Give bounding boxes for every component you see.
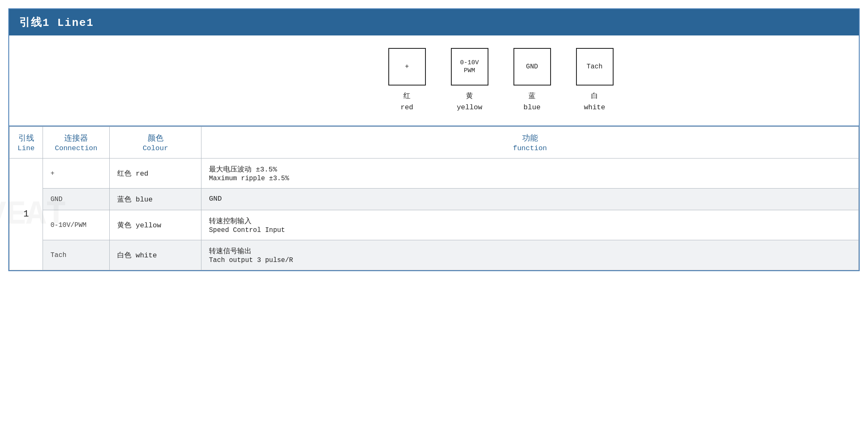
func-ripple-en: Maximum ripple ±3.5% — [209, 175, 851, 182]
pin-tach-en: white — [584, 103, 605, 111]
func-speed-cell: 转速控制输入 Speed Control Input — [201, 210, 859, 240]
pin-pwm-en: yellow — [457, 103, 482, 111]
func-ripple-cell: 最大电压波动 ±3.5% Maximum ripple ±3.5% — [201, 159, 859, 189]
func-speed-en: Speed Control Input — [209, 227, 851, 234]
header-line-zh: 引线 — [17, 133, 35, 143]
pin-pwm-rect: 0-10VPWM — [451, 48, 488, 86]
pin-gnd-en: blue — [523, 103, 541, 111]
pin-tach-label: 白 white — [584, 91, 605, 113]
func-tach-cell: 转速信号输出 Tach output 3 pulse/R — [201, 240, 859, 270]
pin-plus-rect: + — [388, 48, 426, 86]
pin-gnd-rect: GND — [513, 48, 551, 86]
func-speed-zh: 转速控制输入 — [209, 216, 851, 226]
pin-pwm-zh: 黄 — [466, 92, 473, 100]
header-colour: 颜色 Colour — [110, 127, 201, 159]
header-line-en: Line — [17, 144, 35, 152]
table-row: GND 蓝色 blue GND — [10, 189, 859, 210]
colour-blue-cell: 蓝色 blue — [110, 189, 201, 210]
pin-plus: + 红 red — [388, 48, 426, 113]
func-ripple-zh: 最大电压波动 ±3.5% — [209, 164, 851, 174]
header-colour-zh: 颜色 — [117, 133, 194, 143]
func-gnd-cell: GND — [201, 189, 859, 210]
header-function: 功能 function — [201, 127, 859, 159]
conn-gnd-cell: GND — [43, 189, 110, 210]
pin-tach: Tach 白 white — [576, 48, 614, 113]
colour-yellow-cell: 黄色 yellow — [110, 210, 201, 240]
table-row: 1 VEAT + 红色 red 最大电压波动 ±3.5% Maximum rip… — [10, 159, 859, 189]
conn-tach-cell: Tach — [43, 240, 110, 270]
func-tach-en: Tach output 3 pulse/R — [209, 257, 851, 264]
header-connection: 连接器 Connection — [43, 127, 110, 159]
section-title: 引线1 Line1 — [9, 9, 859, 35]
header-colour-en: Colour — [117, 144, 194, 152]
pin-gnd: GND 蓝 blue — [513, 48, 551, 113]
page-container: 引线1 Line1 + 红 red 0-10VPWM 黄 yellow — [0, 0, 868, 438]
diagram-inner: + 红 red 0-10VPWM 黄 yellow GND — [388, 48, 614, 113]
line-number: 1 — [23, 209, 29, 219]
pin-plus-zh: 红 — [403, 92, 410, 100]
pin-pwm: 0-10VPWM 黄 yellow — [451, 48, 488, 113]
conn-plus-cell: + — [43, 159, 110, 189]
title-text: 引线1 Line1 — [19, 17, 94, 29]
header-line: 引线 Line — [10, 127, 43, 159]
pin-tach-zh: 白 — [591, 92, 598, 100]
pin-gnd-label: 蓝 blue — [523, 91, 541, 113]
func-tach-zh: 转速信号输出 — [209, 246, 851, 256]
header-function-zh: 功能 — [209, 133, 851, 143]
diagram-section: + 红 red 0-10VPWM 黄 yellow GND — [9, 35, 859, 126]
data-table: 引线 Line 连接器 Connection 颜色 Colour 功能 func… — [9, 126, 859, 270]
header-connection-en: Connection — [50, 144, 102, 152]
conn-pwm-cell: 0-10V/PWM — [43, 210, 110, 240]
colour-red-cell: 红色 red — [110, 159, 201, 189]
table-body: 1 VEAT + 红色 red 最大电压波动 ±3.5% Maximum rip… — [10, 159, 859, 270]
pin-pwm-label: 黄 yellow — [457, 91, 482, 113]
pin-plus-en: red — [400, 103, 413, 111]
func-gnd-zh: GND — [209, 195, 851, 203]
pin-plus-label: 红 red — [400, 91, 413, 113]
main-wrapper: 引线1 Line1 + 红 red 0-10VPWM 黄 yellow — [8, 8, 860, 271]
pin-gnd-zh: 蓝 — [528, 92, 536, 100]
table-row: 0-10V/PWM 黄色 yellow 转速控制输入 Speed Control… — [10, 210, 859, 240]
table-header-row: 引线 Line 连接器 Connection 颜色 Colour 功能 func… — [10, 127, 859, 159]
colour-white-cell: 白色 white — [110, 240, 201, 270]
line-number-cell: 1 VEAT — [10, 159, 43, 270]
table-row: Tach 白色 white 转速信号输出 Tach output 3 pulse… — [10, 240, 859, 270]
pin-tach-rect: Tach — [576, 48, 614, 86]
header-connection-zh: 连接器 — [50, 133, 102, 143]
header-function-en: function — [209, 144, 851, 152]
